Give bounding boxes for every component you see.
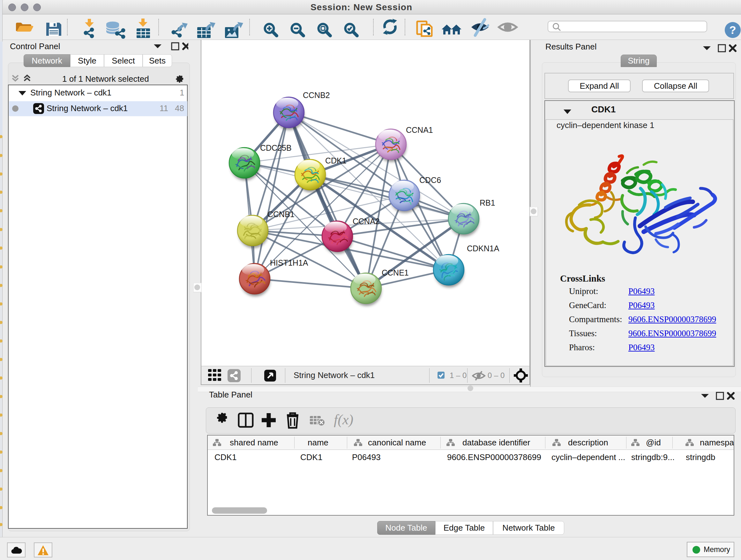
svg-text:RB1: RB1	[480, 198, 495, 207]
svg-text:CCNB1: CCNB1	[267, 210, 294, 219]
svg-text:CDC6: CDC6	[419, 176, 441, 185]
svg-text:?: ?	[729, 23, 736, 36]
svg-text:CCNB2: CCNB2	[303, 91, 330, 100]
svg-text:HIST1H1A: HIST1H1A	[270, 258, 308, 267]
svg-text:CCNA1: CCNA1	[406, 125, 433, 134]
svg-text:CDC25B: CDC25B	[260, 143, 292, 152]
svg-text:CDKN1A: CDKN1A	[467, 244, 499, 253]
svg-text:f(x): f(x)	[334, 412, 353, 428]
svg-text:CDK1: CDK1	[325, 156, 347, 165]
svg-text:CCNE1: CCNE1	[382, 268, 409, 277]
svg-text:CCNA2: CCNA2	[353, 217, 380, 226]
